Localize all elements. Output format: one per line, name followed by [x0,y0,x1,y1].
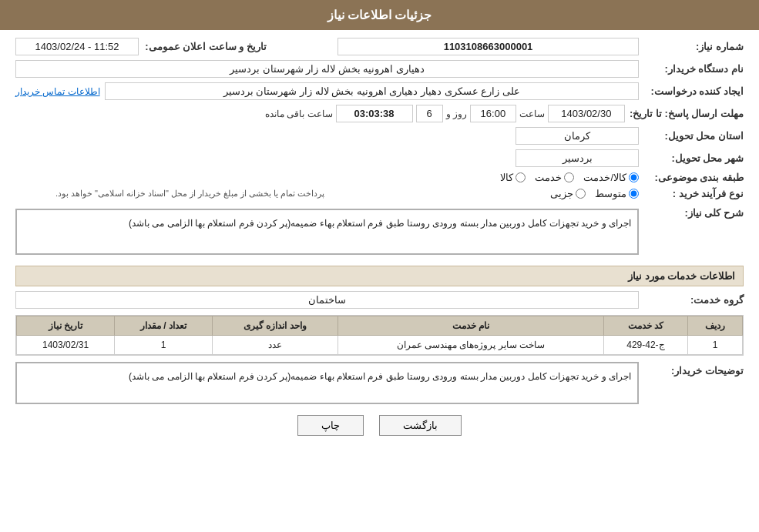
garoh-value: ساختمان [15,291,639,309]
ostan-label: استان محل تحویل: [643,130,744,142]
cell-name: ساخت سایر پروژه‌های مهندسی عمران [338,336,603,355]
khedmat-label: خدمت [535,172,562,183]
page-header: جزئیات اطلاعات نیاز [0,0,759,30]
jazee-label: جزیی [550,188,573,199]
garoh-label: گروه خدمت: [643,294,744,306]
ijad-konande-label: ایجاد کننده درخواست: [643,85,744,97]
ostan-row: استان محل تحویل: کرمان [15,127,744,145]
col-vahed: واحد اندازه گیری [213,316,338,336]
radio-kala-khedmat-input[interactable] [629,172,639,182]
name-dastgah-value: دهیاری اهرونیه بخش لاله زار شهرستان بردس… [15,60,639,78]
tosifat-row: توضیحات خریدار: اجرای و خرید تجهزات کامل… [15,362,744,404]
tosifat-label: توضیحات خریدار: [643,362,744,376]
etelaat-khadamat-title: اطلاعات خدمات مورد نیاز [15,266,744,286]
sharh-value: اجرای و خرید تجهزات کامل دوربین مدار بست… [15,209,639,255]
garoh-row: گروه خدمت: ساختمان [15,291,744,309]
radio-kala-khedmat: کالا/خدمت [583,172,639,183]
col-tedad: تعداد / مقدار [115,316,213,336]
tabaqe-row: طبقه بندی موضوعی: کالا/خدمت خدمت کالا [15,172,744,183]
ijad-konande-value: علی زارع عسکری دهیار دهیاری اهرونیه بخش … [105,82,639,100]
tarikh-elam-label: تاریخ و ساعت اعلان عمومی: [143,41,267,52]
tabaqe-label: طبقه بندی موضوعی: [643,172,744,183]
name-dastgah-label: نام دستگاه خریدار: [643,63,744,75]
cell-tarikh: 1403/02/31 [17,336,115,355]
time-value: 16:00 [470,105,516,122]
radio-khedmat-input[interactable] [564,172,574,182]
back-button[interactable]: بازگشت [379,415,462,436]
sharh-label: شرح کلی نیاز: [643,204,744,219]
shomara-niaz-label: شماره نیاز: [643,41,744,52]
tarikh-elam-value: 1403/02/24 - 11:52 [15,38,139,55]
etelaat-tamas-link[interactable]: اطلاعات تماس خریدار [15,86,100,97]
ijad-konande-row: ایجاد کننده درخواست: علی زارع عسکری دهیا… [15,82,744,100]
saat-baqi-label: ساعت باقی مانده [265,109,333,119]
farayand-label: نوع فرآیند خرید : [643,188,744,199]
rooz-label: روز و [446,109,467,119]
radio-motavaset-input[interactable] [629,189,639,199]
buttons-row: بازگشت چاپ [15,415,744,436]
shahr-value: بردسیر [516,149,639,167]
services-table: ردیف کد خدمت نام خدمت واحد اندازه گیری ت… [16,316,743,355]
col-tarikh: تاریخ نیاز [17,316,115,336]
shomara-niaz-value: 1103108663000001 [338,38,639,55]
page-title: جزئیات اطلاعات نیاز [327,8,432,22]
sharh-row: شرح کلی نیاز: اجرای و خرید تجهزات کامل د… [15,204,744,259]
cell-tedad: 1 [115,336,213,355]
time-label: ساعت [519,109,545,119]
shomara-niaz-row: شماره نیاز: 1103108663000001 تاریخ و ساع… [15,38,744,55]
table-row: 1ج-42-429ساخت سایر پروژه‌های مهندسی عمرا… [17,336,743,355]
ostan-value: کرمان [516,127,639,145]
name-dastgah-row: نام دستگاه خریدار: دهیاری اهرونیه بخش لا… [15,60,744,78]
time-row: 1403/02/30 ساعت 16:00 روز و 6 03:03:38 س… [15,105,625,122]
col-radif: ردیف [688,316,743,336]
col-code: کد خدمت [603,316,687,336]
tosifat-value: اجرای و خرید تجهزات کامل دوربین مدار بست… [15,362,639,404]
radio-khedmat: خدمت [535,172,574,183]
rooz-value: 6 [416,105,443,122]
services-table-wrapper: ردیف کد خدمت نام خدمت واحد اندازه گیری ت… [15,315,744,356]
date-value: 1403/02/30 [548,105,625,122]
radio-kala: کالا [500,172,526,183]
print-button[interactable]: چاپ [297,415,364,436]
kala-label: کالا [500,172,513,183]
col-name: نام خدمت [338,316,603,336]
mohlat-row: مهلت ارسال پاسخ: تا تاریخ: 1403/02/30 سا… [15,105,744,122]
farayand-radio-group: متوسط جزیی [330,188,640,199]
shahr-label: شهر محل تحویل: [643,152,744,164]
motavaset-label: متوسط [595,188,626,199]
saat-baqi-value: 03:03:38 [336,105,413,122]
cell-radif: 1 [688,336,743,355]
cell-vahed: عدد [213,336,338,355]
tabaqe-radio-group: کالا/خدمت خدمت کالا [15,172,639,183]
radio-motavaset: متوسط [595,188,639,199]
radio-jazee-input[interactable] [576,189,586,199]
mohlat-label: مهلت ارسال پاسخ: تا تاریخ: [630,108,744,119]
radio-kala-input[interactable] [516,172,526,182]
cell-code: ج-42-429 [603,336,687,355]
shahr-row: شهر محل تحویل: بردسیر [15,149,744,167]
kala-khedmat-label: کالا/خدمت [583,172,626,183]
farayand-row: نوع فرآیند خرید : متوسط جزیی پرداخت تمام… [15,188,744,199]
farayand-note: پرداخت تمام یا بخشی از مبلغ خریدار از مح… [15,189,325,199]
radio-jazee: جزیی [550,188,586,199]
